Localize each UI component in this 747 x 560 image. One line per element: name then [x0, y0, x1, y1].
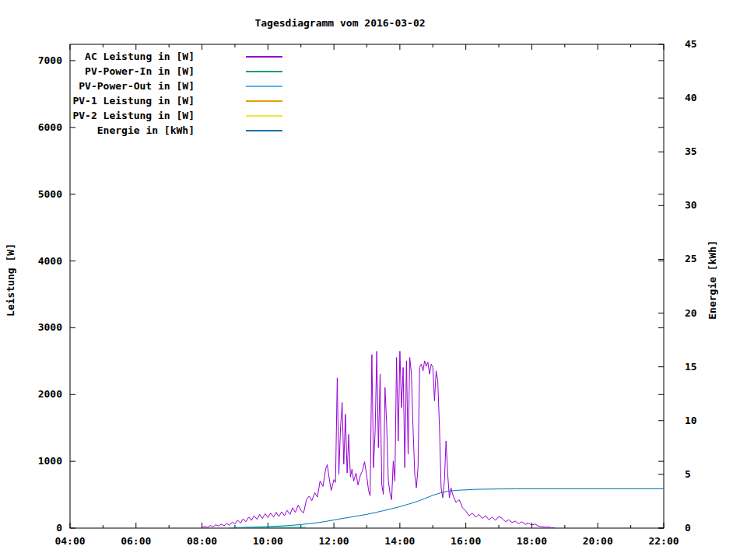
y1-tick-label: 1000	[38, 455, 62, 467]
legend: AC Leistung in [W] PV-Power-In in [W] PV…	[0, 49, 282, 138]
legend-label: PV-Power-Out in [W]	[0, 80, 195, 92]
y2-tick-label: 30	[685, 199, 697, 211]
y2-tick-label: 0	[685, 522, 691, 534]
legend-line-swatch	[246, 130, 282, 131]
x-tick-label: 06:00	[121, 535, 151, 547]
legend-item: PV-Power-In in [W]	[0, 64, 282, 79]
legend-label: PV-1 Leistung in [W]	[0, 95, 195, 107]
y2-tick-label: 10	[685, 415, 697, 426]
x-tick-label: 20:00	[583, 535, 613, 547]
x-tick-label: 04:00	[54, 535, 85, 547]
legend-line-swatch	[246, 100, 282, 102]
legend-item: AC Leistung in [W]	[0, 49, 282, 64]
y1-tick-label: 3000	[38, 321, 62, 333]
x-tick-label: 22:00	[648, 535, 679, 547]
legend-label: PV-2 Leistung in [W]	[0, 110, 195, 121]
x-tick-label: 08:00	[187, 535, 217, 547]
legend-item: Energie in [kWh]	[0, 123, 282, 138]
series-line-ac-leistung-in-w-	[202, 352, 555, 528]
y1-tick-label: 0	[56, 522, 62, 534]
legend-label: Energie in [kWh]	[0, 124, 195, 136]
x-tick-label: 18:00	[517, 535, 547, 547]
x-tick-label: 16:00	[451, 535, 481, 547]
y1-tick-label: 5000	[38, 188, 62, 200]
legend-item: PV-1 Leistung in [W]	[0, 93, 282, 108]
x-tick-label: 12:00	[319, 535, 349, 547]
y1-tick-label: 2000	[38, 388, 62, 400]
chart-page: Tagesdiagramm vom 2016-03-02 Leistung [W…	[0, 0, 747, 560]
legend-line-swatch	[246, 86, 282, 87]
legend-item: PV-2 Leistung in [W]	[0, 108, 282, 123]
y2-tick-label: 15	[685, 361, 697, 373]
y2-tick-label: 25	[685, 253, 697, 264]
legend-line-swatch	[246, 56, 282, 58]
legend-item: PV-Power-Out in [W]	[0, 79, 282, 93]
series-line-energie-in-kwh-	[230, 489, 664, 529]
y2-tick-label: 40	[685, 92, 697, 103]
legend-line-swatch	[246, 115, 282, 117]
y2-tick-label: 5	[685, 468, 691, 480]
legend-label: AC Leistung in [W]	[0, 51, 195, 62]
y2-tick-label: 35	[685, 145, 697, 157]
x-tick-label: 14:00	[384, 535, 415, 547]
y1-tick-label: 4000	[38, 255, 62, 267]
legend-label: PV-Power-In in [W]	[0, 65, 195, 77]
legend-line-swatch	[246, 71, 282, 72]
y2-tick-label: 45	[685, 38, 697, 50]
y2-tick-label: 20	[685, 307, 697, 319]
x-tick-label: 10:00	[253, 535, 283, 547]
